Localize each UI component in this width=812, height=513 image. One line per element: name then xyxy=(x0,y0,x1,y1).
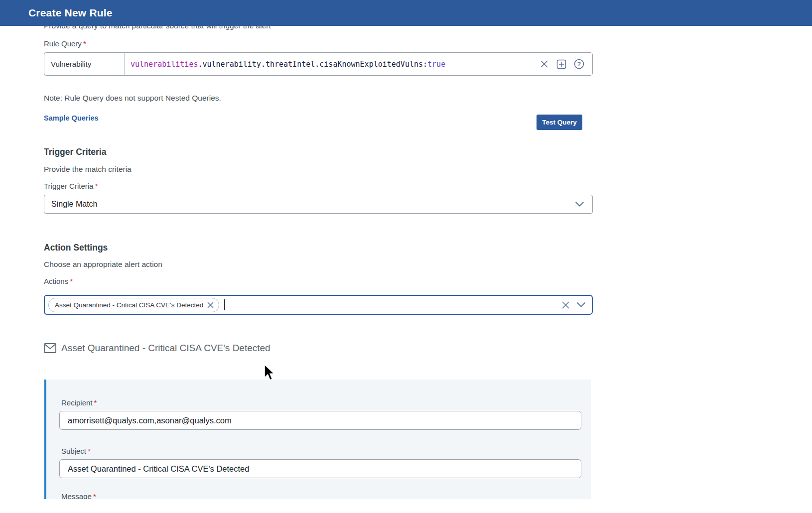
sample-queries-link[interactable]: Sample Queries xyxy=(44,114,99,122)
query-token-path: .vulnerability.threatIntel.cisaKnownExpl… xyxy=(198,60,427,69)
query-token-field: vulnerabilities xyxy=(131,60,198,69)
query-toolbar: ? xyxy=(535,53,592,75)
chip-label: Asset Quarantined - Critical CISA CVE's … xyxy=(55,301,203,309)
trigger-criteria-label: Trigger Criteria* xyxy=(44,182,98,190)
chevron-down-icon xyxy=(575,201,584,207)
recipient-label: Recipient* xyxy=(61,398,97,407)
clear-select-icon[interactable] xyxy=(561,301,570,309)
required-asterisk: * xyxy=(70,277,73,285)
dialog-title: Create New Rule xyxy=(28,7,113,19)
test-query-button[interactable]: Test Query xyxy=(537,115,582,130)
email-action-header: Asset Quarantined - Critical CISA CVE's … xyxy=(44,343,271,354)
trigger-criteria-subtitle: Provide the match criteria xyxy=(44,165,132,174)
required-asterisk: * xyxy=(93,492,96,499)
email-action-title: Asset Quarantined - Critical CISA CVE's … xyxy=(61,343,271,354)
text-caret xyxy=(224,299,225,310)
action-settings-heading: Action Settings xyxy=(44,243,108,253)
selected-action-chip[interactable]: Asset Quarantined - Critical CISA CVE's … xyxy=(48,298,219,312)
required-asterisk: * xyxy=(88,447,91,455)
subject-input[interactable] xyxy=(59,459,581,478)
query-scope-selector[interactable]: Vulnerability xyxy=(44,53,125,75)
recipient-input[interactable] xyxy=(59,411,581,430)
nested-query-note: Note: Rule Query does not support Nested… xyxy=(44,94,221,103)
trigger-criteria-select[interactable]: Single Match xyxy=(44,195,593,214)
dialog-header: Create New Rule xyxy=(0,0,812,26)
help-icon[interactable]: ? xyxy=(574,59,584,69)
trigger-criteria-heading: Trigger Criteria xyxy=(44,147,106,157)
required-asterisk: * xyxy=(95,182,98,190)
actions-label: Actions* xyxy=(44,277,73,285)
query-expression[interactable]: vulnerabilities.vulnerability.threatInte… xyxy=(125,53,535,75)
svg-text:?: ? xyxy=(577,61,581,68)
create-new-rule-dialog: Create New Rule Provide a query to match… xyxy=(0,0,812,513)
chevron-down-icon[interactable] xyxy=(576,302,586,308)
required-asterisk: * xyxy=(94,398,97,407)
action-settings-subtitle: Choose an appropriate alert action xyxy=(44,260,162,269)
remove-chip-icon[interactable] xyxy=(207,302,214,308)
rule-query-input[interactable]: Vulnerability vulnerabilities.vulnerabil… xyxy=(44,52,593,76)
query-token-value: true xyxy=(427,60,445,69)
clear-query-icon[interactable] xyxy=(540,59,549,69)
mail-icon xyxy=(44,343,56,353)
rule-query-label: Rule Query* xyxy=(44,39,86,48)
trigger-criteria-value: Single Match xyxy=(51,200,575,209)
subject-label: Subject* xyxy=(61,447,91,455)
actions-multiselect[interactable]: Asset Quarantined - Critical CISA CVE's … xyxy=(44,295,593,315)
email-settings-panel: Recipient* Subject* Message* xyxy=(44,380,591,499)
message-label: Message* xyxy=(61,492,96,499)
required-asterisk: * xyxy=(83,39,86,48)
add-query-icon[interactable] xyxy=(556,59,566,69)
